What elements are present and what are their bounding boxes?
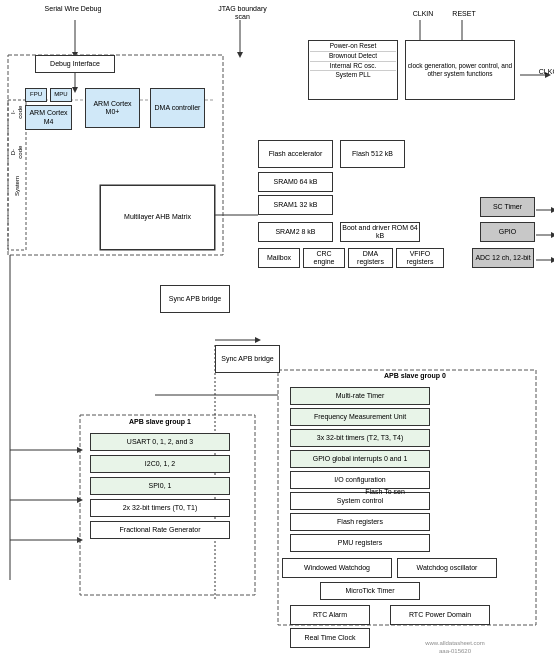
sram2-text: SRAM2 8 kB — [275, 228, 315, 236]
system-label: System — [14, 181, 21, 196]
io-config-text: I/O configuration — [334, 476, 385, 484]
sram1-box: SRAM1 32 kB — [258, 195, 333, 215]
pmu-registers-text: PMU registers — [338, 539, 382, 547]
brownout-detect-text: Brownout Detect — [310, 52, 396, 62]
usart-box: USART 0, 1, 2, and 3 — [90, 433, 230, 451]
system-control-text: System control — [337, 497, 383, 505]
jtag-label: JTAG boundary scan — [210, 5, 275, 22]
clkin-label: CLKIN — [408, 10, 438, 18]
mpu-text: MPU — [54, 91, 67, 98]
flash-to-sen-label: Flash To sen — [320, 488, 450, 496]
icode-label: I-code — [10, 105, 24, 120]
power-reset-box: Power-on Reset Brownout Detect Internal … — [308, 40, 398, 100]
sc-timer-box: SC Timer — [480, 197, 535, 217]
mailbox-box: Mailbox — [258, 248, 300, 268]
microtick-timer-text: MicroTick Timer — [345, 587, 394, 595]
flash-512kb-box: Flash 512 kB — [340, 140, 405, 168]
gpio-box: GPIO — [480, 222, 535, 242]
crc-engine-box: CRC engine — [303, 248, 345, 268]
apb-slave-group0-label: APB slave group 0 — [350, 372, 480, 380]
system-pll-text: System PLL — [310, 71, 396, 79]
spi-text: SPI0, 1 — [149, 482, 172, 490]
timers-2x32bit-box: 2x 32-bit timers (T0, T1) — [90, 499, 230, 517]
rtc-power-domain-box: RTC Power Domain — [390, 605, 490, 625]
timers-32bit-box: 3x 32-bit timers (T2, T3, T4) — [290, 429, 430, 447]
real-time-clock-text: Real Time Clock — [305, 634, 356, 642]
watchdog-osc-box: Watchdog oscillator — [397, 558, 497, 578]
clkout-label: CLKOUT — [538, 68, 554, 76]
arm-cortex-m0plus-box: ARM Cortex M0+ — [85, 88, 140, 128]
sync-apb-bridge-box: Sync APB bridge — [215, 345, 280, 373]
svg-rect-7 — [8, 100, 26, 250]
sync-apb-bridge-top-box: Sync APB bridge — [160, 285, 230, 313]
gpio-text: GPIO — [499, 228, 517, 236]
dma-registers-box: DMA registers — [348, 248, 393, 268]
block-diagram: Serial Wire Debug JTAG boundary scan CLK… — [0, 0, 554, 656]
flash-accelerator-box: Flash accelerator — [258, 140, 333, 168]
real-time-clock-box: Real Time Clock — [290, 628, 370, 648]
dcode-label: D-code — [10, 145, 24, 160]
vfifo-registers-text: VFIFO registers — [398, 250, 442, 267]
rtc-alarm-text: RTC Alarm — [313, 611, 347, 619]
io-config-box: I/O configuration — [290, 471, 430, 489]
gpio-interrupts-box: GPIO global interrupts 0 and 1 — [290, 450, 430, 468]
flash-registers-text: Flash registers — [337, 518, 383, 526]
sram2-box: SRAM2 8 kB — [258, 222, 333, 242]
fpu-box: FPU — [25, 88, 47, 102]
vfifo-registers-box: VFIFO registers — [396, 248, 444, 268]
clock-gen-text: clock generation, power control, and oth… — [407, 62, 513, 78]
multi-rate-timer-box: Multi-rate Timer — [290, 387, 430, 405]
freq-measurement-box: Frequency Measurement Unit — [290, 408, 430, 426]
debug-interface-box: Debug Interface — [35, 55, 115, 73]
dma-registers-text: DMA registers — [350, 250, 391, 267]
fractional-rate-gen-box: Fractional Rate Generator — [90, 521, 230, 539]
arm-cortex-m0plus-text: ARM Cortex M0+ — [87, 100, 138, 117]
clock-gen-box: clock generation, power control, and oth… — [405, 40, 515, 100]
crc-engine-text: CRC engine — [305, 250, 343, 267]
sync-apb-bridge-text: Sync APB bridge — [221, 355, 274, 363]
adc-text: ADC 12 ch, 12-bit — [475, 254, 530, 262]
sram0-text: SRAM0 64 kB — [274, 178, 318, 186]
rtc-alarm-box: RTC Alarm — [290, 605, 370, 625]
multilayer-ahb-box: Multilayer AHB Matrix — [100, 185, 215, 250]
flash-512kb-text: Flash 512 kB — [352, 150, 393, 158]
boot-rom-text: Boot and driver ROM 64 kB — [342, 224, 418, 241]
boot-rom-box: Boot and driver ROM 64 kB — [340, 222, 420, 242]
fractional-rate-gen-text: Fractional Rate Generator — [120, 526, 201, 534]
windowed-watchdog-box: Windowed Watchdog — [282, 558, 392, 578]
freq-measurement-text: Frequency Measurement Unit — [314, 413, 406, 421]
adc-box: ADC 12 ch, 12-bit — [472, 248, 534, 268]
sync-apb-bridge-top-text: Sync APB bridge — [169, 295, 222, 303]
windowed-watchdog-text: Windowed Watchdog — [304, 564, 370, 572]
mailbox-text: Mailbox — [267, 254, 291, 262]
spi-box: SPI0, 1 — [90, 477, 230, 495]
internal-rc-osc-text: Internal RC osc. — [310, 62, 396, 72]
pmu-registers-box: PMU registers — [290, 534, 430, 552]
i2c-text: I2C0, 1, 2 — [145, 460, 175, 468]
debug-interface-text: Debug Interface — [50, 60, 100, 68]
microtick-timer-box: MicroTick Timer — [320, 582, 420, 600]
i2c-box: I2C0, 1, 2 — [90, 455, 230, 473]
timers-2x32bit-text: 2x 32-bit timers (T0, T1) — [123, 504, 198, 512]
reset-label: RESET — [449, 10, 479, 18]
watermark: www.alldatasheet.com — [380, 640, 530, 647]
mpu-box: MPU — [50, 88, 72, 102]
part-number: aaa-015620 — [380, 648, 530, 655]
watchdog-osc-text: Watchdog oscillator — [417, 564, 478, 572]
flash-accelerator-text: Flash accelerator — [269, 150, 323, 158]
arm-cortex-m4-box: ARM Cortex M4 — [25, 105, 72, 130]
fpu-text: FPU — [30, 91, 42, 98]
timers-32bit-text: 3x 32-bit timers (T2, T3, T4) — [317, 434, 404, 442]
apb-slave-group1-label: APB slave group 1 — [90, 418, 230, 426]
usart-text: USART 0, 1, 2, and 3 — [127, 438, 193, 446]
dma-controller-text: DMA controller — [155, 104, 201, 112]
sram0-box: SRAM0 64 kB — [258, 172, 333, 192]
power-on-reset-text: Power-on Reset — [310, 42, 396, 52]
flash-registers-box: Flash registers — [290, 513, 430, 531]
sram1-text: SRAM1 32 kB — [274, 201, 318, 209]
rtc-power-domain-text: RTC Power Domain — [409, 611, 471, 619]
multilayer-ahb-text: Multilayer AHB Matrix — [124, 213, 191, 221]
dma-controller-box: DMA controller — [150, 88, 205, 128]
serial-wire-debug-label: Serial Wire Debug — [38, 5, 108, 13]
arm-cortex-m4-text: ARM Cortex M4 — [27, 109, 70, 126]
